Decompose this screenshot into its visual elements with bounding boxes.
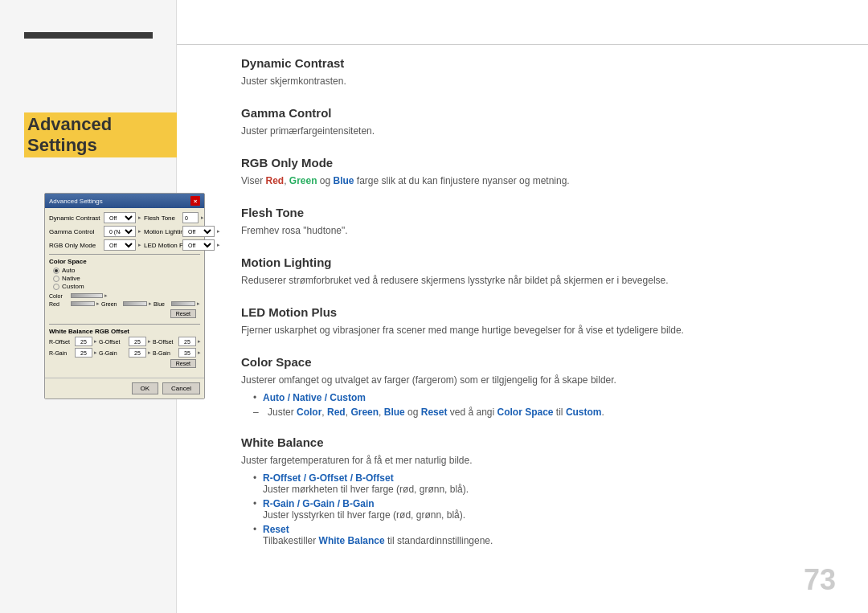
blue-label: Blue xyxy=(154,301,170,307)
color-slider-track[interactable] xyxy=(71,293,103,298)
wb-bullet-offset: R-Offset / G-Offset / B-Offset Juster mø… xyxy=(253,472,844,495)
gamma-control-arrow[interactable]: ▸ xyxy=(138,228,141,235)
g-offset-input[interactable] xyxy=(129,337,146,346)
wb-bullet-reset: Reset Tilbakestiller White Balance til s… xyxy=(253,524,844,546)
section-gamma-control: Gamma Control Juster primærfargeintensit… xyxy=(241,106,844,138)
motion-lighting-arrow[interactable]: ▸ xyxy=(217,228,220,235)
b-offset-input[interactable] xyxy=(178,337,196,346)
r-gain-arrow[interactable]: ▸ xyxy=(94,349,97,356)
dynamic-contrast-arrow[interactable]: ▸ xyxy=(138,215,141,221)
led-motion-plus-arrow[interactable]: ▸ xyxy=(217,242,220,248)
green-slider-track[interactable] xyxy=(123,301,147,306)
led-motion-plus-select[interactable]: Off xyxy=(182,239,215,251)
ok-button[interactable]: OK xyxy=(132,382,159,394)
radio-custom-dot xyxy=(53,284,59,290)
radio-native-dot xyxy=(53,276,59,282)
dynamic-contrast-heading: Dynamic Contrast xyxy=(241,56,844,70)
section-flesh-tone: Flesh Tone Fremhev rosa "hudtone". xyxy=(241,206,844,238)
led-motion-plus-label: LED Motion Plus xyxy=(144,242,180,249)
dialog-close-button[interactable]: × xyxy=(190,196,200,206)
color-label: Color xyxy=(49,293,69,299)
radio-auto[interactable]: Auto xyxy=(53,267,200,274)
radio-custom[interactable]: Custom xyxy=(53,283,200,290)
wb-reset-desc: Tilbakestiller White Balance til standar… xyxy=(263,535,493,546)
cancel-button[interactable]: Cancel xyxy=(162,382,200,394)
wb-reset-button[interactable]: Reset xyxy=(170,359,196,368)
b-offset-arrow[interactable]: ▸ xyxy=(198,338,201,345)
motion-lighting-label: Motion Lighting xyxy=(144,228,180,235)
wb-gain-row-1: R-Gain ▸ G-Gain ▸ B-Gain ▸ xyxy=(49,348,200,358)
flesh-tone-arrow[interactable]: ▸ xyxy=(201,215,204,221)
color-slider-row-1: Color ▸ xyxy=(49,292,200,299)
g-gain-input[interactable] xyxy=(129,348,146,358)
r-gain-highlight: R-Gain / G-Gain / B-Gain xyxy=(263,498,375,509)
color-space-reset-button[interactable]: Reset xyxy=(170,309,196,318)
wb-offset-desc: Juster mørkheten til hver farge (rød, gr… xyxy=(263,484,469,495)
dialog-body: Dynamic Contrast Off ▸ Flesh Tone ▸ Gamm… xyxy=(45,208,204,378)
color-space-highlight: Color Space xyxy=(497,407,554,418)
flesh-tone-input[interactable] xyxy=(182,212,199,223)
red-slider-track[interactable] xyxy=(71,301,95,306)
r-offset-input[interactable] xyxy=(75,337,92,346)
top-bar xyxy=(24,32,153,39)
red-slider-arrow[interactable]: ▸ xyxy=(96,300,100,307)
dialog-divider-1 xyxy=(49,254,200,255)
white-balance-heading: White Balance xyxy=(241,435,844,449)
rgb-only-mode-desc: Viser Red, Green og Blue farge slik at d… xyxy=(241,174,844,188)
dialog-row-3: RGB Only Mode Off ▸ LED Motion Plus Off … xyxy=(49,239,200,251)
color-space-heading: Color Space xyxy=(241,355,844,369)
page-title: Advanced Settings xyxy=(24,112,177,157)
wb-gain-desc: Juster lysstyrken til hver farge (rød, g… xyxy=(263,509,465,521)
color-space-section-title: Color Space xyxy=(49,258,200,265)
green-slider-arrow[interactable]: ▸ xyxy=(149,300,152,307)
blue-slider-arrow[interactable]: ▸ xyxy=(197,300,200,307)
section-rgb-only-mode: RGB Only Mode Viser Red, Green og Blue f… xyxy=(241,156,844,188)
wb-reset-highlight: Reset xyxy=(263,524,289,535)
r-offset-highlight: R-Offset / G-Offset / B-Offset xyxy=(263,472,394,484)
dialog-row-2: Gamma Control 0 (Natural) ▸ Motion Light… xyxy=(49,226,200,237)
rgb-green-highlight: Green xyxy=(289,175,317,186)
dialog-title: Advanced Settings xyxy=(49,198,103,205)
section-color-space: Color Space Justerer omfanget og utvalge… xyxy=(241,355,844,418)
dialog-divider-2 xyxy=(49,324,200,325)
rgb-blue-highlight: Blue xyxy=(334,175,354,186)
dynamic-contrast-label: Dynamic Contrast xyxy=(49,215,101,222)
color-highlight: Color xyxy=(297,407,321,418)
dialog-screenshot: Advanced Settings × Dynamic Contrast Off… xyxy=(44,193,205,399)
gamma-control-select[interactable]: 0 (Natural) xyxy=(104,226,136,237)
b-gain-input[interactable] xyxy=(178,348,196,358)
rgb-only-mode-select[interactable]: Off xyxy=(104,239,136,251)
r-gain-input[interactable] xyxy=(75,348,92,358)
g-gain-arrow[interactable]: ▸ xyxy=(148,349,151,356)
gamma-control-label: Gamma Control xyxy=(49,228,101,235)
rgb-only-mode-arrow[interactable]: ▸ xyxy=(138,242,141,248)
flesh-tone-heading: Flesh Tone xyxy=(241,206,844,219)
r-offset-label: R-Offset xyxy=(49,339,73,345)
motion-lighting-select[interactable]: Off xyxy=(182,226,215,237)
section-white-balance: White Balance Juster fargetemperaturen f… xyxy=(241,435,844,546)
blue-slider-track[interactable] xyxy=(171,301,195,306)
wb-offset-row-1: R-Offset ▸ G-Offset ▸ B-Offset ▸ xyxy=(49,337,200,346)
b-gain-arrow[interactable]: ▸ xyxy=(198,349,201,356)
white-balance-bullets: R-Offset / G-Offset / B-Offset Juster mø… xyxy=(253,472,844,546)
page-number: 73 xyxy=(804,563,836,597)
red-label: Red xyxy=(49,301,69,307)
radio-native[interactable]: Native xyxy=(53,275,200,282)
left-content: Advanced Settings Advanced Settings × Dy… xyxy=(24,72,177,174)
radio-auto-label: Auto xyxy=(62,267,75,274)
reset-highlight: Reset xyxy=(421,407,448,418)
led-motion-plus-desc: Fjerner uskarphet og vibrasjoner fra sce… xyxy=(241,323,844,337)
dynamic-contrast-select[interactable]: Off xyxy=(104,212,136,223)
radio-custom-label: Custom xyxy=(62,283,84,290)
green-highlight: Green xyxy=(350,407,379,418)
section-motion-lighting: Motion Lighting Reduserer strømforbruket… xyxy=(241,255,844,288)
color-space-radio-group: Auto Native Custom xyxy=(53,267,200,290)
dynamic-contrast-desc: Juster skjermkontrasten. xyxy=(241,74,844,88)
g-offset-arrow[interactable]: ▸ xyxy=(148,338,151,345)
flesh-tone-label: Flesh Tone xyxy=(144,215,180,222)
main-content: Dynamic Contrast Juster skjermkontrasten… xyxy=(241,0,844,564)
r-offset-arrow[interactable]: ▸ xyxy=(94,338,97,345)
color-slider-arrow[interactable]: ▸ xyxy=(104,292,108,299)
dialog-row-1: Dynamic Contrast Off ▸ Flesh Tone ▸ xyxy=(49,212,200,223)
motion-lighting-heading: Motion Lighting xyxy=(241,255,844,269)
